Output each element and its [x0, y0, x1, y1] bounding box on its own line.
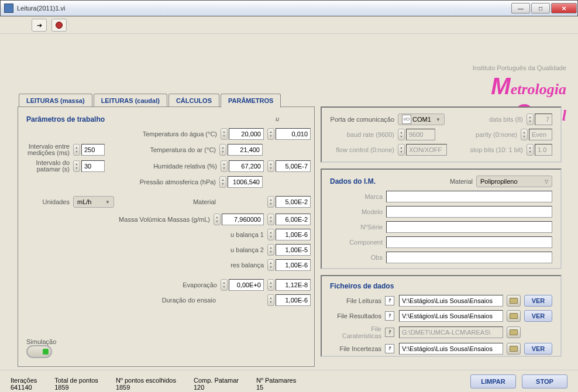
evap-u-field[interactable] [276, 279, 311, 291]
resbal-u-field[interactable] [276, 259, 311, 271]
ver-resultados-button[interactable]: VER [524, 310, 552, 322]
spinner-icon[interactable]: ▲▼ [221, 128, 228, 140]
run-button[interactable]: ➔ [32, 19, 47, 32]
marca-field[interactable] [386, 191, 552, 202]
porta-dropdown[interactable]: I/OCOM1▼ [398, 114, 445, 125]
spinner-icon[interactable]: ▲▼ [73, 160, 80, 172]
massa-vol-u-field[interactable] [276, 214, 311, 225]
im-material-dropdown[interactable]: Polipropileno▽ [476, 176, 552, 187]
status-bar: Iterações641140 Total de pontos1859 Nº p… [0, 370, 578, 392]
chevron-down-icon: ▽ [545, 179, 548, 184]
humidade-field[interactable] [229, 160, 264, 172]
browse-leituras-button[interactable] [507, 295, 521, 307]
tab-parametros[interactable]: PARÂMETROS [221, 94, 281, 108]
spinner-icon[interactable]: ▲▼ [267, 259, 274, 271]
path-icon: ⁋ [385, 311, 394, 321]
ficheiros-box: Ficheiros de dados File Leituras ⁋ VER F… [321, 275, 562, 357]
path-icon: ⁋ [385, 328, 394, 337]
window-titlebar: Leitura(2011)1.vi — □ ✕ [0, 0, 578, 16]
resbal-label: res balança [230, 262, 264, 269]
spinner-icon: ▲▼ [398, 129, 405, 140]
ubal2-label: u balança 2 [230, 246, 264, 253]
evap-field[interactable] [229, 279, 264, 291]
file-leituras-field[interactable] [399, 295, 503, 307]
dur-u-field[interactable] [276, 294, 311, 306]
humidade-label: Humidade relativa (%) [153, 163, 217, 170]
material-u-field[interactable] [276, 196, 311, 208]
comm-box: Porta de comunicação I/OCOM1▼ data bits … [321, 106, 562, 163]
nserie-field[interactable] [386, 221, 552, 233]
simulacao-toggle[interactable] [26, 345, 52, 358]
intervalo-med-label: Intervalo entre medições (ms) [24, 143, 70, 156]
spinner-icon[interactable]: ▲▼ [219, 144, 226, 156]
spinner-icon[interactable]: ▲▼ [267, 229, 274, 240]
spinner-icon[interactable]: ▲▼ [219, 176, 226, 188]
iter-label: Iterações [11, 377, 37, 384]
institute-text: Instituto Português da Qualidade [473, 64, 566, 71]
spinner-icon[interactable]: ▲▼ [221, 279, 228, 291]
spinner-icon[interactable]: ▲▼ [267, 294, 274, 306]
spinner-icon[interactable]: ▲▼ [267, 196, 274, 208]
baud-label: baud rate (9600) [330, 131, 394, 138]
file-incertezas-field[interactable] [399, 343, 503, 355]
ver-leituras-button[interactable]: VER [524, 295, 552, 307]
chevron-down-icon: ▼ [436, 117, 441, 122]
browse-resultados-button[interactable] [507, 310, 521, 322]
npat-label: Nº Patamares [256, 377, 296, 384]
comp-label: Comp. Patamar [194, 377, 239, 384]
evap-label: Evaporação [183, 281, 217, 288]
spinner-icon[interactable]: ▲▼ [267, 244, 274, 256]
ubal1-u-field[interactable] [276, 229, 311, 240]
window-title: Leitura(2011)1.vi [17, 5, 511, 12]
stop-button[interactable]: STOP [522, 374, 567, 388]
minimize-button[interactable]: — [511, 3, 530, 13]
maximize-button[interactable]: □ [531, 3, 550, 13]
material-label: Material [193, 198, 216, 205]
humidade-u-field[interactable] [276, 160, 311, 172]
component-label: Component [330, 239, 383, 246]
intervalo-pat-field[interactable] [81, 160, 105, 172]
file-carater-label: File Carateristicas [330, 325, 381, 339]
intervalo-med-field[interactable] [81, 144, 105, 156]
params-title: Parâmetros de trabalho [26, 115, 306, 123]
spinner-icon: ▲▼ [521, 129, 528, 140]
spinner-icon[interactable]: ▲▼ [267, 279, 274, 291]
ver-incertezas-button[interactable]: VER [524, 343, 552, 355]
stopbits-field [535, 144, 552, 156]
file-resultados-field[interactable] [399, 310, 503, 322]
temp-agua-u-field[interactable] [276, 128, 311, 140]
spinner-icon[interactable]: ▲▼ [221, 160, 228, 172]
spinner-icon[interactable]: ▲▼ [267, 160, 274, 172]
spinner-icon[interactable]: ▲▼ [267, 128, 274, 140]
component-field[interactable] [386, 236, 552, 248]
close-button[interactable]: ✕ [551, 3, 577, 13]
ubal2-u-field[interactable] [276, 244, 311, 256]
temp-ar-field[interactable] [228, 144, 263, 156]
tab-calculos[interactable]: CÁLCULOS [168, 94, 219, 108]
baud-field [406, 129, 435, 140]
browse-incertezas-button[interactable] [507, 343, 521, 355]
simulacao-label: Simulação [26, 338, 56, 345]
spinner-icon[interactable]: ▲▼ [214, 214, 221, 225]
modelo-field[interactable] [386, 206, 552, 218]
im-title: Dados do I.M. [330, 177, 376, 185]
stopbits-label: stop bits (10: 1 bit) [470, 146, 524, 153]
limpar-button[interactable]: LIMPAR [470, 374, 516, 388]
temp-agua-field[interactable] [229, 128, 264, 140]
modelo-label: Modelo [330, 208, 383, 215]
tab-leituras-massa[interactable]: LEITURAS (massa) [19, 94, 92, 108]
browse-carater-button[interactable] [507, 326, 521, 338]
total-label: Total de pontos [54, 377, 98, 384]
parity-label: parity (0:none) [476, 131, 517, 138]
spinner-icon[interactable]: ▲▼ [267, 214, 274, 225]
unidades-dropdown[interactable]: mL/h▼ [73, 196, 114, 208]
pressao-field[interactable] [228, 176, 263, 188]
tab-bar: LEITURAS (massa) LEITURAS (caudal) CÁLCU… [19, 94, 282, 108]
spinner-icon[interactable]: ▲▼ [73, 144, 80, 156]
abort-button[interactable] [51, 19, 67, 32]
tab-leituras-caudal[interactable]: LEITURAS (caudal) [94, 94, 167, 108]
folder-icon [510, 313, 518, 319]
obs-field[interactable] [386, 252, 552, 263]
io-icon: I/O [402, 115, 411, 124]
massa-vol-field[interactable] [222, 214, 264, 225]
